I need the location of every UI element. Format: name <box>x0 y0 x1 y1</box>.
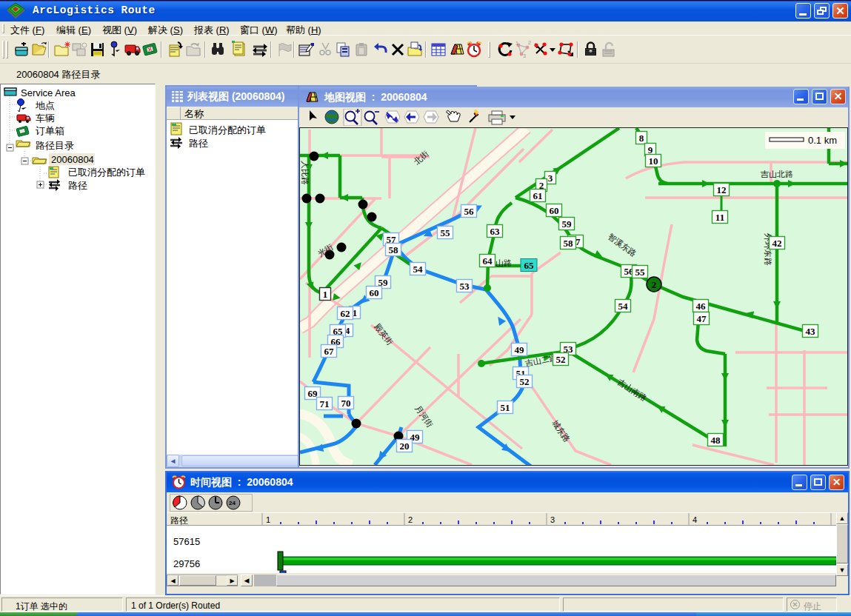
svg-text:51: 51 <box>501 402 510 413</box>
svg-text:20060804: 20060804 <box>51 154 94 165</box>
svg-text:64: 64 <box>483 255 493 267</box>
svg-text:地点: 地点 <box>36 100 55 111</box>
svg-text:43: 43 <box>806 326 816 337</box>
svg-text:山路: 山路 <box>495 258 512 267</box>
svg-text:46: 46 <box>696 301 707 312</box>
svg-text:11: 11 <box>715 212 724 223</box>
svg-text:42: 42 <box>772 238 782 249</box>
svg-text:47: 47 <box>697 313 707 324</box>
svg-text:58: 58 <box>389 244 399 255</box>
svg-text:24: 24 <box>229 500 236 506</box>
svg-text:2: 2 <box>408 515 413 524</box>
svg-text:路径目录: 路径目录 <box>36 140 74 151</box>
svg-text:人比路: 人比路 <box>301 161 310 185</box>
svg-text:3: 3 <box>523 53 526 58</box>
svg-text:53: 53 <box>460 281 470 292</box>
svg-text:67: 67 <box>324 346 335 357</box>
svg-text:已取消分配的订单: 已取消分配的订单 <box>68 167 145 178</box>
svg-text:8: 8 <box>639 133 644 144</box>
svg-text:20: 20 <box>400 441 410 452</box>
svg-text:2: 2 <box>528 41 531 45</box>
svg-text:1: 1 <box>323 289 328 300</box>
svg-text:62: 62 <box>341 308 350 319</box>
svg-text:59: 59 <box>562 218 573 230</box>
svg-text:1: 1 <box>515 41 518 46</box>
svg-text:54: 54 <box>618 301 629 312</box>
svg-text:4: 4 <box>693 515 697 524</box>
svg-text:60: 60 <box>550 205 559 216</box>
svg-text:58: 58 <box>564 238 574 249</box>
svg-text:3: 3 <box>550 515 555 524</box>
svg-text:路径: 路径 <box>68 180 87 191</box>
svg-text:70: 70 <box>341 398 351 409</box>
svg-text:52: 52 <box>520 376 530 387</box>
svg-text:Service Area: Service Area <box>21 87 76 98</box>
svg-text:2: 2 <box>652 279 657 290</box>
svg-text:10: 10 <box>649 155 658 167</box>
svg-text:54: 54 <box>413 264 424 275</box>
svg-text:1: 1 <box>266 515 270 524</box>
svg-text:49: 49 <box>515 344 525 355</box>
svg-text:71: 71 <box>320 398 330 409</box>
svg-text:52: 52 <box>556 354 566 365</box>
svg-text:60: 60 <box>370 287 379 298</box>
svg-text:车辆: 车辆 <box>36 113 55 124</box>
svg-text:吉山北路: 吉山北路 <box>760 170 793 178</box>
svg-text:55: 55 <box>635 267 646 278</box>
svg-text:63: 63 <box>490 226 501 237</box>
svg-text:55: 55 <box>441 227 451 238</box>
svg-text:0.1 km: 0.1 km <box>808 135 837 146</box>
svg-text:订单箱: 订单箱 <box>36 125 64 136</box>
svg-text:61: 61 <box>533 190 543 201</box>
svg-text:65: 65 <box>524 260 535 271</box>
svg-text:48: 48 <box>711 435 721 446</box>
svg-text:56: 56 <box>464 206 475 217</box>
svg-text:9: 9 <box>648 144 653 155</box>
svg-text:3: 3 <box>548 173 553 184</box>
svg-text:12: 12 <box>717 184 727 195</box>
